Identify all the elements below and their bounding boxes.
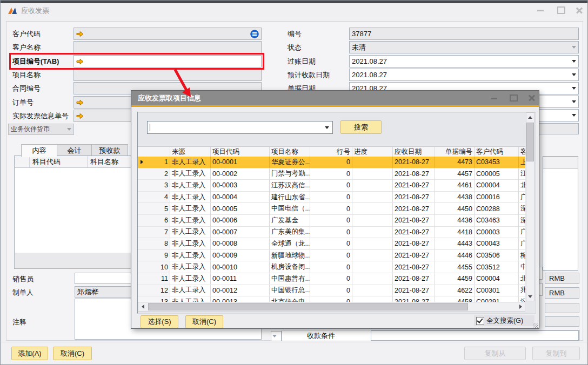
column-header[interactable]: 客户代码	[475, 147, 519, 157]
maximize-icon[interactable]	[556, 6, 566, 15]
row-number: 7	[164, 228, 168, 236]
cell-code: 00-0011	[211, 273, 270, 285]
status-selector[interactable]: 未清	[349, 41, 579, 53]
project-row[interactable]: 10非人工录入00-0010机房设备闭...02021-08-274455C03…	[138, 261, 525, 273]
link-arrow-icon[interactable]	[76, 113, 84, 119]
row-gutter[interactable]: 5	[138, 203, 170, 214]
row-gutter[interactable]: 1	[138, 157, 170, 168]
dialog-maximize-icon[interactable]	[509, 93, 518, 102]
cell-source: 非人工录入	[170, 157, 211, 168]
project-row[interactable]: 6非人工录入00-0006广发基金02021-08-274436C03463深圳	[138, 215, 525, 227]
cell-date: 2021-08-27	[393, 168, 435, 180]
payment-terms-dropdown[interactable]	[271, 331, 282, 341]
row-gutter[interactable]: 2	[138, 168, 170, 180]
link-arrow-icon[interactable]	[76, 31, 84, 37]
dialog-cancel-button[interactable]: 取消(C)	[185, 315, 223, 328]
cell-doc: 4459	[435, 273, 475, 285]
project-name-field[interactable]	[74, 69, 262, 81]
link-arrow-icon[interactable]	[76, 99, 84, 106]
column-header[interactable]: 客户	[519, 147, 525, 157]
chevron-down-icon[interactable]	[572, 73, 576, 76]
row-gutter[interactable]: 11	[138, 273, 170, 285]
search-button[interactable]: 搜索	[340, 120, 382, 134]
status-label: 状态	[288, 43, 302, 51]
select-button[interactable]: 选择(S)	[141, 315, 178, 328]
cell-name: 全球通（龙...	[270, 238, 310, 249]
horizontal-scrollbar[interactable]	[138, 302, 525, 312]
dialog-titlebar[interactable]: 应收发票取项目信息	[131, 91, 539, 105]
row-gutter[interactable]: 10	[138, 261, 170, 273]
customer-lookup-icon[interactable]	[250, 30, 259, 38]
payment-terms-input[interactable]	[371, 330, 579, 341]
chevron-down-icon[interactable]	[325, 126, 329, 129]
cell-source: 非人工录入	[170, 238, 211, 249]
cell-cust_name: 梅兰	[519, 250, 525, 261]
column-header[interactable]: 项目代码	[211, 147, 270, 157]
scroll-left-icon[interactable]	[138, 302, 147, 311]
resize-grip-icon[interactable]	[533, 323, 538, 328]
column-header[interactable]	[138, 147, 170, 157]
row-gutter[interactable]: 12	[138, 285, 170, 296]
row-gutter[interactable]: 4	[138, 192, 170, 203]
cell-source: 非人工录入	[170, 215, 211, 226]
cell-line: 0	[310, 215, 352, 226]
scroll-right-icon[interactable]	[516, 302, 525, 311]
chevron-down-icon	[272, 335, 277, 337]
project-row[interactable]: 8非人工录入00-0008全球通（龙...02021-08-274443C000…	[138, 238, 525, 250]
project-row[interactable]: 12非人工录入00-0012中国银行总...02021-08-274622C00…	[138, 285, 525, 297]
add-button[interactable]: 添加(A)	[11, 347, 48, 360]
cell-date: 2021-08-27	[393, 192, 435, 203]
project-row[interactable]: 9非人工录入00-0009新疆地球物...02021-08-274446C035…	[138, 250, 525, 262]
tab-contents[interactable]: 内容	[21, 144, 57, 157]
dialog-minimize-icon[interactable]	[489, 94, 499, 103]
customer-code-field[interactable]	[74, 28, 262, 40]
remarks-label: 注释	[12, 318, 26, 326]
due-date-field[interactable]: 2021.08.27	[349, 69, 579, 81]
project-row[interactable]: 5非人工录入00-0005中国电信（...02021-08-274450C002…	[138, 203, 525, 215]
column-header[interactable]: 应收日期	[393, 147, 435, 157]
dialog-close-icon[interactable]	[527, 93, 537, 102]
column-header[interactable]: 来源	[170, 147, 211, 157]
chevron-down-icon[interactable]	[572, 114, 576, 117]
customer-name-field[interactable]	[74, 41, 262, 53]
project-row[interactable]: 3非人工录入00-0003江苏汉高信...02021-08-274461C000…	[138, 180, 525, 192]
project-row[interactable]: 1非人工录入00-0001华夏证券公...02021-08-274473C034…	[138, 157, 525, 168]
cancel-button[interactable]: 取消(C)	[53, 347, 92, 360]
window-title: 应收发票	[21, 6, 49, 16]
chevron-down-icon[interactable]	[572, 100, 576, 103]
cell-date: 2021-08-27	[393, 238, 435, 249]
chevron-down-icon[interactable]	[572, 60, 576, 63]
scroll-down-icon[interactable]	[526, 292, 534, 301]
creator-label: 制单人	[12, 288, 34, 296]
column-header[interactable]: 行号	[310, 147, 352, 157]
account-code-header[interactable]: 科目代码	[30, 156, 88, 167]
column-header[interactable]: 进度	[352, 147, 393, 157]
bp-currency-selector[interactable]: 业务伙伴货币	[8, 124, 74, 135]
close-icon[interactable]	[574, 6, 584, 15]
customer-code-label: 客户代码	[12, 30, 41, 38]
row-gutter[interactable]: 9	[138, 250, 170, 261]
cell-doc: 4457	[435, 168, 475, 180]
project-row[interactable]: 7非人工录入00-0007广东美的集...02021-08-274418C000…	[138, 227, 525, 239]
checkbox-checked-icon[interactable]	[476, 317, 484, 325]
row-gutter[interactable]: 7	[138, 227, 170, 238]
posting-date-field[interactable]: 2021.08.27	[349, 55, 579, 67]
cell-name: 机房设备闭...	[270, 261, 310, 273]
chevron-down-icon[interactable]	[572, 87, 576, 90]
minimize-icon[interactable]	[536, 6, 545, 15]
fulltext-search-option[interactable]: 全文搜索(G)	[474, 315, 534, 326]
column-header[interactable]: 单据编号	[435, 147, 475, 157]
row-gutter[interactable]: 3	[138, 180, 170, 191]
column-header[interactable]: 项目名称	[270, 147, 310, 157]
vertical-scrollbar[interactable]	[526, 112, 534, 301]
scroll-up-icon[interactable]	[526, 113, 534, 121]
project-row[interactable]: 2非人工录入00-0002门禁与考勤...02021-08-274457C000…	[138, 168, 525, 180]
row-gutter[interactable]: 6	[138, 215, 170, 226]
project-row[interactable]: 11非人工录入00-0011中国惠普有...02021-08-274459C00…	[138, 273, 525, 285]
dialog-search-combo[interactable]	[147, 121, 333, 134]
project-row[interactable]: 4非人工录入00-0004建行山东省...02021-08-274438C000…	[138, 192, 525, 204]
cell-code: 00-0007	[211, 227, 270, 238]
row-gutter[interactable]: 8	[138, 238, 170, 249]
cell-progress	[352, 261, 393, 273]
copy-from-button: 复制从	[464, 347, 526, 360]
